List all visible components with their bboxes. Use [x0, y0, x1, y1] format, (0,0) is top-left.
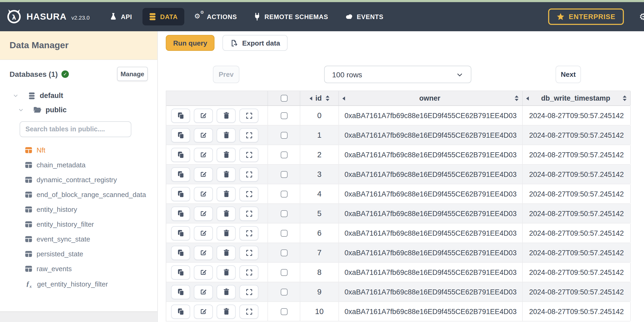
edit-row-button[interactable] [194, 226, 213, 240]
copy-row-button[interactable] [171, 108, 190, 123]
nav-item-actions[interactable]: ⚙ ⚙ ACTIONS [188, 8, 243, 25]
copy-row-button[interactable] [171, 304, 190, 319]
expand-row-button[interactable] [239, 147, 258, 162]
settings-gear-icon[interactable]: ⚙ [639, 12, 644, 21]
select-all-checkbox[interactable] [280, 95, 287, 102]
sidebar-table-item[interactable]: raw_events [0, 261, 157, 276]
cell-db-write-timestamp: 2024-08-27T09:50:57.245142 [523, 145, 631, 164]
row-checkbox[interactable] [280, 112, 287, 119]
copy-row-button[interactable] [171, 245, 190, 260]
copy-row-button[interactable] [171, 147, 190, 162]
next-page-button[interactable]: Next [556, 66, 581, 83]
edit-row-button[interactable] [194, 265, 213, 279]
edit-row-button[interactable] [194, 147, 213, 162]
cell-id: 2 [300, 145, 339, 164]
delete-row-button[interactable] [217, 304, 236, 319]
tree-node-public[interactable]: public [0, 103, 157, 117]
expand-row-button[interactable] [239, 206, 258, 221]
nav-item-api[interactable]: API [103, 8, 138, 25]
enterprise-button[interactable]: ENTERPRISE [548, 8, 624, 25]
row-checkbox[interactable] [280, 132, 287, 138]
nav-item-data[interactable]: DATA [143, 8, 184, 25]
row-checkbox[interactable] [280, 190, 287, 197]
sidebar-table-item[interactable]: chain_metadata [0, 157, 157, 172]
delete-row-button[interactable] [217, 108, 236, 123]
chevron-down-icon[interactable] [18, 107, 24, 113]
delete-row-button[interactable] [217, 285, 236, 299]
nav-item-events[interactable]: EVENTS [339, 8, 390, 25]
edit-row-button[interactable] [194, 304, 213, 319]
header-owner[interactable]: owner [339, 91, 523, 105]
export-data-button[interactable]: Export data [223, 35, 288, 51]
cell-db-write-timestamp: 2024-08-27T09:50:57.245142 [523, 263, 631, 282]
edit-row-button[interactable] [194, 167, 213, 181]
delete-row-button[interactable] [217, 226, 236, 240]
copy-row-button[interactable] [171, 128, 190, 142]
sort-icon[interactable] [514, 95, 520, 102]
rows-per-page-select[interactable]: 100 rows [324, 66, 471, 83]
row-checkbox[interactable] [280, 210, 287, 217]
sidebar-table-item[interactable]: entity_history_filter [0, 217, 157, 231]
sidebar-item-function[interactable]: ƒx get_entity_history_filter [0, 276, 157, 292]
header-db-write-timestamp[interactable]: db_write_timestamp [523, 91, 631, 105]
delete-row-button[interactable] [217, 128, 236, 142]
nav-item-remote-schemas[interactable]: REMOTE SCHEMAS [248, 8, 335, 25]
manage-button[interactable]: Manage [117, 67, 148, 81]
expand-row-button[interactable] [239, 265, 258, 279]
edit-row-button[interactable] [194, 108, 213, 123]
expand-row-button[interactable] [239, 285, 258, 299]
edit-row-button[interactable] [194, 285, 213, 299]
edit-row-button[interactable] [194, 206, 213, 221]
delete-row-button[interactable] [217, 245, 236, 260]
cell-owner: 0xaBA7161A7fb69c88e16ED9f455CE62B791EE4D… [339, 263, 523, 282]
sidebar-table-item[interactable]: event_sync_state [0, 231, 157, 246]
row-checkbox[interactable] [280, 171, 287, 178]
expand-row-button[interactable] [239, 108, 258, 123]
search-tables-input[interactable] [20, 121, 131, 137]
edit-row-button[interactable] [194, 187, 213, 201]
sidebar-table-item[interactable]: end_of_block_range_scanned_data [0, 187, 157, 202]
sidebar-table-item[interactable]: entity_history [0, 202, 157, 217]
collapse-column-icon[interactable] [525, 96, 530, 101]
header-id[interactable]: id [300, 91, 339, 105]
collapse-column-icon[interactable] [308, 96, 313, 101]
sidebar-table-item[interactable]: persisted_state [0, 246, 157, 261]
copy-row-button[interactable] [171, 226, 190, 240]
sort-icon[interactable] [324, 95, 330, 102]
row-checkbox[interactable] [280, 308, 287, 315]
copy-row-button[interactable] [171, 285, 190, 299]
row-checkbox[interactable] [280, 151, 287, 158]
row-checkbox[interactable] [280, 249, 287, 256]
expand-row-button[interactable] [239, 187, 258, 201]
delete-row-button[interactable] [217, 167, 236, 181]
edit-row-button[interactable] [194, 245, 213, 260]
row-checkbox[interactable] [280, 269, 287, 276]
copy-row-button[interactable] [171, 187, 190, 201]
expand-row-button[interactable] [239, 245, 258, 260]
row-select-cell [268, 106, 300, 125]
delete-row-button[interactable] [217, 187, 236, 201]
expand-row-button[interactable] [239, 128, 258, 142]
row-checkbox[interactable] [280, 230, 287, 236]
expand-row-button[interactable] [239, 226, 258, 240]
copy-row-button[interactable] [171, 206, 190, 221]
sidebar-table-item[interactable]: Nft [0, 142, 157, 157]
delete-row-button[interactable] [217, 206, 236, 221]
sidebar-table-item[interactable]: dynamic_contract_registry [0, 172, 157, 187]
brand[interactable]: λ HASURA v2.23.0 [5, 8, 90, 25]
prev-page-button[interactable]: Prev [213, 66, 239, 83]
collapse-column-icon[interactable] [342, 96, 346, 101]
sort-icon[interactable] [622, 95, 628, 102]
tree-node-default[interactable]: default [0, 88, 157, 103]
expand-row-button[interactable] [239, 167, 258, 181]
delete-row-button[interactable] [217, 265, 236, 279]
cell-id: 3 [300, 165, 339, 184]
delete-row-button[interactable] [217, 147, 236, 162]
expand-row-button[interactable] [239, 304, 258, 319]
copy-row-button[interactable] [171, 167, 190, 181]
copy-row-button[interactable] [171, 265, 190, 279]
edit-row-button[interactable] [194, 128, 213, 142]
row-checkbox[interactable] [280, 288, 287, 295]
chevron-down-icon[interactable] [13, 93, 19, 99]
run-query-button[interactable]: Run query [166, 35, 215, 51]
